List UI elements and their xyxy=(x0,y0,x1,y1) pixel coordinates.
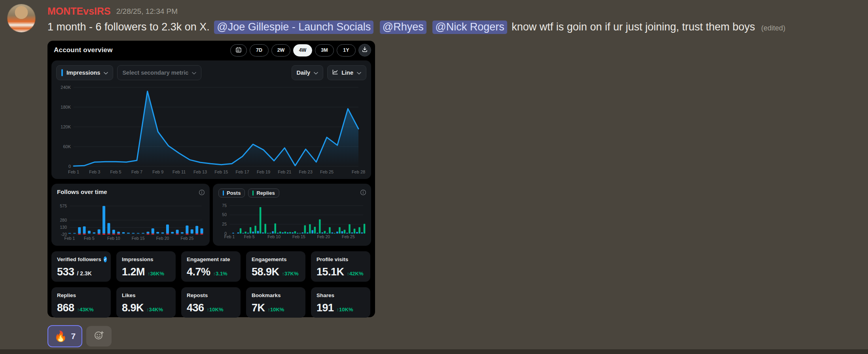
calendar-icon xyxy=(236,47,241,54)
metric-card-impressions[interactable]: Impressions 1.2M↑36K% xyxy=(116,251,176,282)
verified-badge-icon: ✓ xyxy=(104,256,107,262)
window-bottom-divider xyxy=(0,349,868,354)
message-text: 1 month - 6 followers to 2.3k on X. @Joe… xyxy=(47,19,862,36)
primary-metric-dropdown[interactable]: Impressions xyxy=(56,65,113,80)
metric-value: 7K xyxy=(252,302,265,314)
legend-replies-label: Replies xyxy=(256,190,275,196)
page-title: Account overview xyxy=(54,46,113,54)
svg-text:Feb 3: Feb 3 xyxy=(89,169,100,174)
svg-text:Feb 9: Feb 9 xyxy=(152,169,163,174)
metric-value: 533 xyxy=(57,266,74,278)
info-icon[interactable] xyxy=(360,189,366,196)
granularity-dropdown[interactable]: Daily xyxy=(292,65,324,80)
svg-text:Feb 15: Feb 15 xyxy=(292,234,305,239)
metric-value: 868 xyxy=(57,302,74,314)
avatar[interactable] xyxy=(7,4,36,32)
primary-metric-label: Impressions xyxy=(66,70,100,76)
svg-text:180K: 180K xyxy=(61,105,71,109)
metric-suffix: / 2.3K xyxy=(77,270,92,277)
reaction-fire[interactable]: 🔥 7 xyxy=(47,325,82,347)
metric-card-verified-followers[interactable]: Verified followers✓ 533/ 2.3K xyxy=(51,251,111,282)
line-chart-icon xyxy=(332,70,338,76)
svg-text:Feb 25: Feb 25 xyxy=(320,169,334,174)
metric-label: Profile visits xyxy=(316,256,348,262)
metric-value: 15.1K xyxy=(316,266,344,278)
chart-legend: Posts Replies xyxy=(218,188,279,198)
fire-emoji-icon: 🔥 xyxy=(54,331,67,341)
follows-bar-chart[interactable]: -20130280575Feb 1Feb 5Feb 10Feb 15Feb 20… xyxy=(57,199,204,241)
metric-delta: ↑3.1% xyxy=(213,271,227,277)
metric-card-engagement-rate[interactable]: Engagement rate 4.7%↑3.1% xyxy=(181,251,241,282)
svg-text:280: 280 xyxy=(60,218,67,222)
svg-text:0: 0 xyxy=(68,164,71,169)
analytics-embed-image[interactable]: Account overview 7D 2W 4W 3M 1Y xyxy=(47,41,375,317)
posts-replies-panel: Posts Replies 0255075Feb 1Feb 5Feb 10Feb… xyxy=(213,184,371,246)
legend-replies[interactable]: Replies xyxy=(248,188,279,198)
mention-joe-gillespie[interactable]: @Joe Gillespie - Launch Socials xyxy=(214,21,373,34)
svg-text:Feb 19: Feb 19 xyxy=(257,169,270,174)
chart-controls: Impressions Select secondary metric Dail… xyxy=(56,65,366,80)
chart-type-dropdown[interactable]: Line xyxy=(327,65,366,80)
chart-type-label: Line xyxy=(341,70,353,76)
svg-text:Feb 5: Feb 5 xyxy=(84,236,95,241)
impressions-line-chart[interactable]: 060K120K180K240KFeb 1Feb 3Feb 5Feb 7Feb … xyxy=(56,83,366,175)
metric-label: Bookmarks xyxy=(252,292,281,298)
chevron-down-icon xyxy=(104,70,108,76)
range-button-2w[interactable]: 2W xyxy=(271,44,290,56)
metrics-row-2: Replies 868↑43K% Likes 8.9K↑34K% Reposts… xyxy=(51,287,371,318)
metric-label: Replies xyxy=(57,292,76,298)
timestamp: 2/28/25, 12:34 PM xyxy=(116,7,178,16)
secondary-metric-dropdown[interactable]: Select secondary metric xyxy=(117,65,201,80)
metric-delta: ↑43K% xyxy=(77,307,94,313)
message-header: MONTEvsIRS 2/28/25, 12:34 PM xyxy=(47,5,862,17)
download-button[interactable] xyxy=(358,44,371,56)
add-reaction-button[interactable] xyxy=(86,326,112,346)
metric-card-reposts[interactable]: Reposts 436↑10K% xyxy=(181,287,241,318)
metric-card-bookmarks[interactable]: Bookmarks 7K↑10K% xyxy=(246,287,305,318)
secondary-metric-placeholder: Select secondary metric xyxy=(122,70,188,76)
mention-nick-rogers[interactable]: @Nick Rogers xyxy=(432,21,507,34)
svg-text:Feb 1: Feb 1 xyxy=(64,236,75,241)
chevron-down-icon xyxy=(192,70,196,76)
metric-card-replies[interactable]: Replies 868↑43K% xyxy=(51,287,111,318)
range-button-4w[interactable]: 4W xyxy=(293,44,312,56)
posts-replies-bar-chart[interactable]: 0255075Feb 1Feb 5Feb 10Feb 15Feb 20Feb 2… xyxy=(218,199,366,240)
svg-text:Feb 1: Feb 1 xyxy=(68,169,79,174)
metric-label: Engagements xyxy=(252,256,287,262)
follows-panel: Follows over time -20130280575Feb 1Feb 5… xyxy=(51,184,210,246)
metric-value: 4.7% xyxy=(187,266,210,278)
metric-card-likes[interactable]: Likes 8.9K↑34K% xyxy=(116,287,176,318)
svg-text:Feb 25: Feb 25 xyxy=(342,234,355,239)
analytics-header: Account overview 7D 2W 4W 3M 1Y xyxy=(51,44,371,56)
svg-text:25: 25 xyxy=(222,222,227,226)
metric-delta: ↑37K% xyxy=(282,271,299,277)
metric-value: 436 xyxy=(187,302,204,314)
svg-text:575: 575 xyxy=(60,203,67,208)
legend-posts[interactable]: Posts xyxy=(218,188,245,198)
granularity-label: Daily xyxy=(297,70,311,76)
metric-card-profile-visits[interactable]: Profile visits 15.1K↑42K% xyxy=(311,251,370,282)
range-button-7d[interactable]: 7D xyxy=(250,44,269,56)
svg-text:Feb 10: Feb 10 xyxy=(267,234,280,239)
svg-text:Feb 7: Feb 7 xyxy=(131,169,142,174)
svg-text:Feb 5: Feb 5 xyxy=(244,234,255,239)
svg-text:Feb 28: Feb 28 xyxy=(352,169,365,174)
info-icon[interactable] xyxy=(199,189,205,196)
message-text-before: 1 month - 6 followers to 2.3k on X. xyxy=(47,21,210,33)
legend-posts-label: Posts xyxy=(227,190,241,196)
svg-text:Feb 1: Feb 1 xyxy=(224,234,235,239)
mention-rhyes[interactable]: @Rhyes xyxy=(380,21,426,34)
range-button-3m[interactable]: 3M xyxy=(315,44,334,56)
metric-accent-bar xyxy=(61,69,63,76)
posts-color-swatch xyxy=(223,190,224,196)
metric-card-shares[interactable]: Shares 191↑10K% xyxy=(311,287,370,318)
svg-text:240K: 240K xyxy=(61,85,71,90)
metric-card-engagements[interactable]: Engagements 58.9K↑37K% xyxy=(246,251,305,282)
metric-value: 8.9K xyxy=(122,302,144,314)
range-button-1y[interactable]: 1Y xyxy=(337,44,356,56)
username[interactable]: MONTEvsIRS xyxy=(47,6,111,17)
calendar-button[interactable] xyxy=(230,44,247,56)
svg-text:Feb 17: Feb 17 xyxy=(236,169,249,174)
chevron-down-icon xyxy=(357,70,361,76)
metric-delta: ↑10K% xyxy=(337,307,353,313)
